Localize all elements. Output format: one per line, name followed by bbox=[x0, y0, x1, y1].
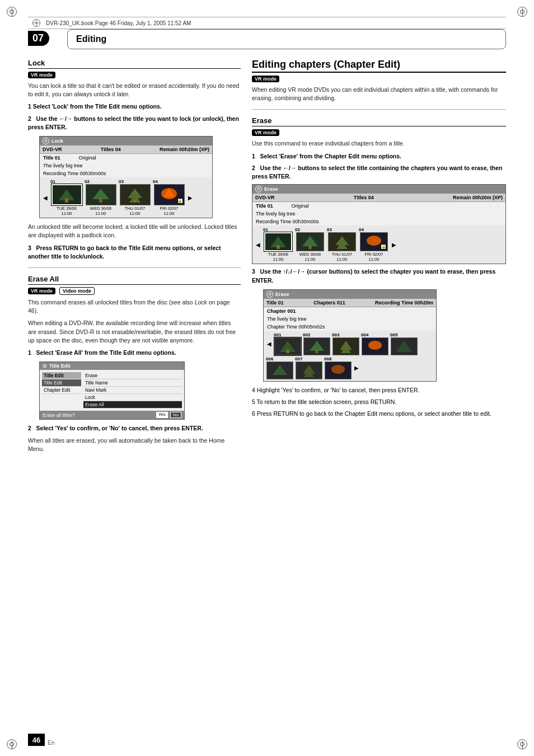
page-number: 46 bbox=[28, 734, 45, 746]
erase-title-titlebar: ⊙ Erase bbox=[252, 185, 505, 194]
erase-arrow-right[interactable]: ▶ bbox=[391, 242, 397, 248]
erase-rectime-row: Recording Time 00h30m00s bbox=[252, 218, 505, 226]
svg-point-13 bbox=[367, 236, 381, 246]
svg-rect-3 bbox=[99, 198, 102, 203]
yes-no-buttons: Yes No bbox=[156, 412, 181, 418]
disc-icon: ⊙ bbox=[43, 138, 49, 144]
lock-intro-text: You can lock a title so that it can't be… bbox=[28, 82, 241, 98]
erase-thumbs-row: ◀ 01 TUE 29/0611:00 02 bbox=[252, 226, 505, 264]
chapter-chapters: Chapters 011 bbox=[313, 300, 345, 306]
erase-thumb-03: 03 THU 01/0711:00 bbox=[327, 227, 357, 262]
erase-arrow-left[interactable]: ◀ bbox=[255, 242, 261, 248]
chapter-rectime: Recording Time 00h20m bbox=[375, 300, 433, 306]
erase-all-step1: 1 Select 'Erase All' from the Title Edit… bbox=[28, 349, 241, 357]
lock-screen: ⊙ Lock DVD-VR Titles 04 Remain 00h20m (X… bbox=[39, 136, 213, 218]
erase-thumb-03-img bbox=[328, 232, 356, 251]
menu-item-erase-all[interactable]: Erase All bbox=[83, 401, 182, 408]
erase-desc-row: The lively big tree bbox=[252, 210, 505, 218]
erase-titles: Titles 04 bbox=[354, 195, 374, 200]
chapter-thumb-002: 002 bbox=[303, 332, 331, 355]
lock-arrow-right[interactable]: ▶ bbox=[187, 195, 194, 201]
erase-thumb-04-label: FRI 02/0711:00 bbox=[365, 252, 383, 262]
svg-point-23 bbox=[331, 365, 345, 374]
lock-thumb-03-label: THU 01/0711:00 bbox=[125, 206, 145, 216]
ch-thumb-004-img bbox=[362, 337, 388, 355]
erase-all-video-badge: Video mode bbox=[59, 287, 95, 295]
lock-screen-titlebar: ⊙ Lock bbox=[40, 137, 212, 145]
erase-screen-header: DVD-VR Titles 04 Remain 00h20m (XP) bbox=[252, 194, 505, 202]
menu-item-erase[interactable]: Erase bbox=[83, 372, 182, 379]
erase-subsection: Erase VR mode Use this command to erase … bbox=[252, 116, 506, 418]
chapter-title: Editing bbox=[76, 34, 106, 44]
yes-button[interactable]: Yes bbox=[156, 412, 168, 418]
chapter-time-row: Chapter Time 00h05m02s bbox=[264, 323, 436, 331]
chapter-thumbs-grid: ◀ 001 002 bbox=[264, 331, 436, 381]
no-button[interactable]: No bbox=[170, 412, 181, 418]
lock-rectime-row: Recording Time 00h30m00s bbox=[40, 170, 212, 177]
svg-rect-9 bbox=[277, 245, 280, 249]
erase-info-row: Title 01 Original bbox=[252, 202, 505, 210]
erase-thumb-02-label: WED 30/0611:00 bbox=[299, 252, 321, 262]
corner-mark-br bbox=[517, 739, 527, 749]
left-column: Lock VR mode You can lock a title so tha… bbox=[28, 59, 241, 728]
crosshair-icon bbox=[32, 19, 40, 27]
ch-thumb-003-img bbox=[332, 337, 359, 355]
editing-chapters-intro: When editing VR mode DVDs you can edit i… bbox=[252, 86, 506, 102]
lock-step3: 3 Press RETURN to go back to the Title E… bbox=[28, 244, 241, 261]
lock-thumb-02-img bbox=[86, 184, 116, 205]
menu-item-lock[interactable]: Lock bbox=[83, 394, 182, 401]
erase-disc-icon: ⊙ bbox=[255, 186, 262, 192]
erase-sub-step5: 5 To return to the title selection scree… bbox=[252, 398, 506, 406]
menu-item-chapter-edit[interactable]: Chapter Edit bbox=[42, 387, 81, 394]
page-lang: En bbox=[48, 740, 54, 746]
menu-left-header: Title Edit bbox=[42, 372, 81, 379]
lock-header: Lock bbox=[28, 59, 241, 69]
erase-all-menu-left: Title Edit Title Edit Chapter Edit bbox=[42, 372, 81, 408]
erase-sub-intro: Use this command to erase individual cha… bbox=[252, 139, 506, 148]
lock-thumb-01-label: TUE 29/0611:00 bbox=[57, 206, 77, 216]
menu-item-title-edit[interactable]: Title Edit bbox=[42, 379, 81, 387]
svg-marker-20 bbox=[396, 341, 412, 352]
erase-all-header: Erase All bbox=[28, 275, 241, 285]
svg-rect-1 bbox=[65, 198, 68, 203]
lock-remain: Remain 00h20m (XP) bbox=[160, 147, 209, 152]
chapter-desc: The lively big tree bbox=[267, 316, 307, 322]
erase-all-intro: This command erases all unlocked titles … bbox=[28, 298, 241, 315]
svg-point-19 bbox=[368, 341, 382, 350]
lock-thumb-03-img bbox=[120, 184, 151, 205]
lock-screen-title: Lock bbox=[51, 138, 63, 144]
erase-all-vr-badge: VR mode bbox=[28, 288, 55, 294]
lock-section: Lock VR mode You can lock a title so tha… bbox=[28, 59, 241, 261]
erase-all-body2: When editing a DVD-RW, the available rec… bbox=[28, 319, 241, 345]
lock-titles: Titles 04 bbox=[101, 147, 121, 152]
svg-marker-12 bbox=[335, 236, 349, 249]
chapter-thumb-007: 007 bbox=[295, 356, 323, 379]
chapter-title-box: Editing bbox=[67, 29, 506, 49]
chapter-screen-titlebar: ⊙ Erase bbox=[264, 290, 436, 299]
chapter-arrow-left[interactable]: ◀ bbox=[266, 341, 273, 347]
lock-screen-header: DVD-VR Titles 04 Remain 00h20m (XP) bbox=[40, 145, 212, 154]
chapter-thumb-006: 006 bbox=[266, 356, 294, 379]
chapter-arrow-right[interactable]: ▶ bbox=[353, 365, 360, 371]
file-info-bar: DVR-230_UK.book Page 46 Friday, July 1, … bbox=[28, 17, 506, 29]
lock-thumb-02: 02 WED 30/0611:00 bbox=[85, 179, 117, 216]
editing-chapters-section: Editing chapters (Chapter Edit) VR mode … bbox=[252, 59, 506, 418]
chapter-thumb-008: 008 bbox=[324, 356, 352, 379]
ch-thumb-005-img bbox=[391, 337, 418, 355]
chapter-screen-header: Title 01 Chapters 011 Recording Time 00h… bbox=[264, 299, 436, 307]
chapter-info-row: Chapter 001 bbox=[264, 307, 436, 315]
ch-thumb-006-img bbox=[266, 361, 293, 379]
lock-thumbs-row: ◀ 01 TUE 29/0611:00 02 bbox=[40, 177, 212, 218]
ch-thumb-008-img bbox=[325, 361, 352, 379]
chapter-time: Chapter Time 00h05m02s bbox=[267, 324, 325, 330]
editing-chapters-header: Editing chapters (Chapter Edit) bbox=[252, 59, 506, 73]
erase-all-step2-body: When all titles are erased, you will aut… bbox=[28, 436, 241, 453]
menu-item-title-name[interactable]: Title Name bbox=[83, 379, 182, 387]
erase-sub-step4: 4 Highlight 'Yes' to confirm, or 'No' to… bbox=[252, 386, 506, 395]
chapter-thumb-003: 003 bbox=[332, 332, 360, 355]
corner-mark-bl bbox=[7, 739, 17, 749]
erase-screen-title: Erase bbox=[264, 186, 278, 192]
menu-item-navi-mark[interactable]: Navi Mark bbox=[83, 387, 182, 394]
chapter-disc-icon: ⊙ bbox=[266, 291, 273, 298]
lock-arrow-left[interactable]: ◀ bbox=[42, 195, 49, 201]
